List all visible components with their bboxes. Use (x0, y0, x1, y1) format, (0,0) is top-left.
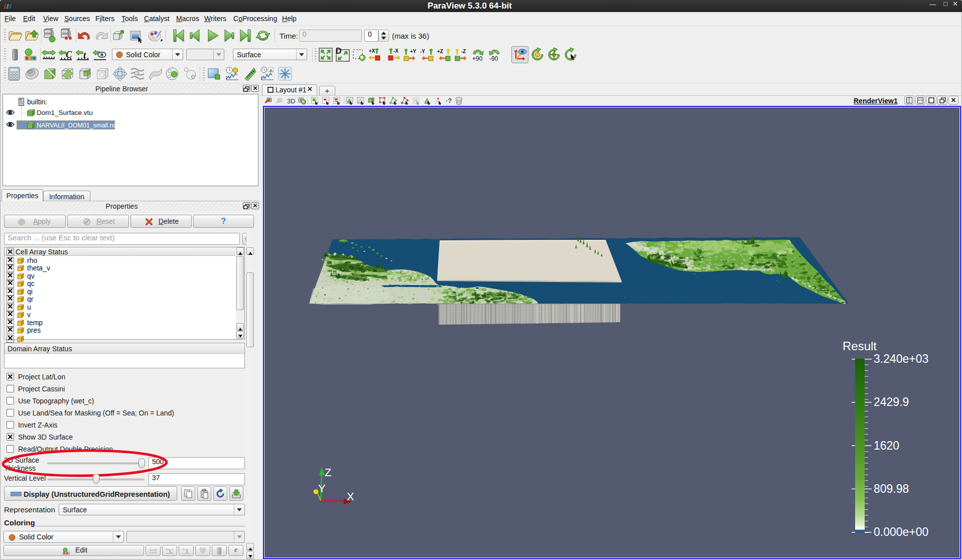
svg-text:·?: ·? (446, 97, 452, 104)
svg-text:+X: +X (369, 48, 375, 54)
svg-text:3.240e+03: 3.240e+03 (874, 352, 928, 365)
svg-text:1620: 1620 (874, 439, 899, 452)
svg-text:+Y: +Y (410, 49, 417, 54)
svg-text:D: D (336, 47, 342, 55)
svg-text:-X: -X (393, 48, 398, 54)
svg-text:-90: -90 (489, 55, 498, 62)
svg-text:809.98: 809.98 (874, 482, 909, 495)
svg-text:Y: Y (318, 482, 326, 495)
svg-text:0.000e+00: 0.000e+00 (874, 525, 928, 538)
svg-text:Result: Result (843, 339, 877, 353)
svg-text:Z: Z (325, 466, 331, 479)
svg-text:t: t (186, 547, 188, 554)
svg-text:C: C (169, 548, 173, 554)
svg-text:-Z: -Z (461, 49, 466, 54)
svg-text:C: C (66, 50, 72, 60)
svg-text:2429.9: 2429.9 (874, 395, 909, 408)
svg-text:+Z: +Z (437, 49, 443, 54)
svg-text:-Y: -Y (420, 49, 425, 54)
svg-text:X: X (347, 490, 354, 503)
svg-text:+90: +90 (472, 55, 483, 62)
